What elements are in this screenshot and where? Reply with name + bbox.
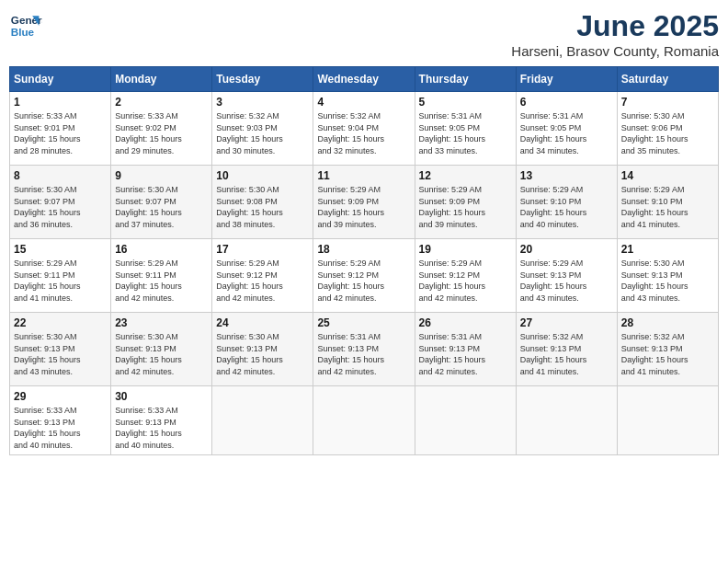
day-number: 4 bbox=[317, 96, 410, 109]
svg-text:Blue: Blue bbox=[11, 26, 35, 38]
day-detail: Sunrise: 5:30 AM Sunset: 9:13 PM Dayligh… bbox=[621, 258, 714, 304]
table-row: 14Sunrise: 5:29 AM Sunset: 9:10 PM Dayli… bbox=[617, 166, 718, 239]
day-number: 30 bbox=[115, 390, 208, 403]
table-row: 26Sunrise: 5:31 AM Sunset: 9:13 PM Dayli… bbox=[415, 313, 516, 386]
table-row: 4Sunrise: 5:32 AM Sunset: 9:04 PM Daylig… bbox=[313, 92, 415, 166]
table-row: 10Sunrise: 5:30 AM Sunset: 9:08 PM Dayli… bbox=[212, 166, 313, 239]
day-number: 24 bbox=[216, 316, 309, 329]
day-detail: Sunrise: 5:31 AM Sunset: 9:05 PM Dayligh… bbox=[419, 110, 512, 156]
table-row: 25Sunrise: 5:31 AM Sunset: 9:13 PM Dayli… bbox=[313, 313, 415, 386]
calendar-table: Sunday Monday Tuesday Wednesday Thursday… bbox=[9, 66, 719, 455]
day-number: 20 bbox=[520, 243, 613, 256]
day-number: 26 bbox=[419, 316, 512, 329]
day-detail: Sunrise: 5:31 AM Sunset: 9:05 PM Dayligh… bbox=[520, 110, 613, 156]
table-row: 12Sunrise: 5:29 AM Sunset: 9:09 PM Dayli… bbox=[415, 166, 516, 239]
table-row: 23Sunrise: 5:30 AM Sunset: 9:13 PM Dayli… bbox=[111, 313, 212, 386]
day-number: 3 bbox=[216, 96, 309, 109]
day-number: 11 bbox=[317, 169, 410, 182]
title-area: June 2025 Harseni, Brasov County, Romani… bbox=[511, 9, 719, 59]
day-number: 12 bbox=[419, 169, 512, 182]
table-row bbox=[516, 386, 617, 455]
header-wednesday: Wednesday bbox=[313, 67, 415, 92]
calendar-week-row: 22Sunrise: 5:30 AM Sunset: 9:13 PM Dayli… bbox=[10, 313, 719, 386]
calendar-week-row: 8Sunrise: 5:30 AM Sunset: 9:07 PM Daylig… bbox=[10, 166, 719, 239]
table-row: 13Sunrise: 5:29 AM Sunset: 9:10 PM Dayli… bbox=[516, 166, 617, 239]
day-number: 29 bbox=[14, 390, 107, 403]
table-row: 29Sunrise: 5:33 AM Sunset: 9:13 PM Dayli… bbox=[10, 386, 111, 455]
day-number: 16 bbox=[115, 243, 208, 256]
calendar-week-row: 29Sunrise: 5:33 AM Sunset: 9:13 PM Dayli… bbox=[10, 386, 719, 455]
day-number: 13 bbox=[520, 169, 613, 182]
table-row: 21Sunrise: 5:30 AM Sunset: 9:13 PM Dayli… bbox=[617, 239, 718, 313]
header-saturday: Saturday bbox=[617, 67, 718, 92]
day-detail: Sunrise: 5:29 AM Sunset: 9:09 PM Dayligh… bbox=[419, 184, 512, 230]
day-number: 6 bbox=[520, 96, 613, 109]
table-row: 18Sunrise: 5:29 AM Sunset: 9:12 PM Dayli… bbox=[313, 239, 415, 313]
day-detail: Sunrise: 5:32 AM Sunset: 9:13 PM Dayligh… bbox=[621, 331, 714, 377]
header-thursday: Thursday bbox=[415, 67, 516, 92]
table-row: 5Sunrise: 5:31 AM Sunset: 9:05 PM Daylig… bbox=[415, 92, 516, 166]
day-detail: Sunrise: 5:29 AM Sunset: 9:10 PM Dayligh… bbox=[621, 184, 714, 230]
table-row: 8Sunrise: 5:30 AM Sunset: 9:07 PM Daylig… bbox=[10, 166, 111, 239]
day-detail: Sunrise: 5:32 AM Sunset: 9:04 PM Dayligh… bbox=[317, 110, 410, 156]
day-detail: Sunrise: 5:30 AM Sunset: 9:13 PM Dayligh… bbox=[115, 331, 208, 377]
logo: General Blue bbox=[9, 9, 42, 42]
day-number: 1 bbox=[14, 96, 107, 109]
header-friday: Friday bbox=[516, 67, 617, 92]
day-number: 10 bbox=[216, 169, 309, 182]
day-detail: Sunrise: 5:30 AM Sunset: 9:13 PM Dayligh… bbox=[14, 331, 107, 377]
day-detail: Sunrise: 5:29 AM Sunset: 9:13 PM Dayligh… bbox=[520, 258, 613, 304]
table-row: 16Sunrise: 5:29 AM Sunset: 9:11 PM Dayli… bbox=[111, 239, 212, 313]
table-row: 3Sunrise: 5:32 AM Sunset: 9:03 PM Daylig… bbox=[212, 92, 313, 166]
table-row bbox=[617, 386, 718, 455]
day-number: 15 bbox=[14, 243, 107, 256]
table-row: 7Sunrise: 5:30 AM Sunset: 9:06 PM Daylig… bbox=[617, 92, 718, 166]
table-row: 30Sunrise: 5:33 AM Sunset: 9:13 PM Dayli… bbox=[111, 386, 212, 455]
day-number: 2 bbox=[115, 96, 208, 109]
day-number: 27 bbox=[520, 316, 613, 329]
table-row bbox=[212, 386, 313, 455]
day-detail: Sunrise: 5:29 AM Sunset: 9:12 PM Dayligh… bbox=[216, 258, 309, 304]
day-number: 19 bbox=[419, 243, 512, 256]
calendar-week-row: 15Sunrise: 5:29 AM Sunset: 9:11 PM Dayli… bbox=[10, 239, 719, 313]
table-row: 28Sunrise: 5:32 AM Sunset: 9:13 PM Dayli… bbox=[617, 313, 718, 386]
day-number: 23 bbox=[115, 316, 208, 329]
day-detail: Sunrise: 5:32 AM Sunset: 9:03 PM Dayligh… bbox=[216, 110, 309, 156]
page-header: General Blue June 2025 Harseni, Brasov C… bbox=[9, 9, 719, 59]
day-detail: Sunrise: 5:29 AM Sunset: 9:11 PM Dayligh… bbox=[115, 258, 208, 304]
table-row: 17Sunrise: 5:29 AM Sunset: 9:12 PM Dayli… bbox=[212, 239, 313, 313]
day-number: 9 bbox=[115, 169, 208, 182]
day-detail: Sunrise: 5:29 AM Sunset: 9:12 PM Dayligh… bbox=[317, 258, 410, 304]
day-detail: Sunrise: 5:31 AM Sunset: 9:13 PM Dayligh… bbox=[419, 331, 512, 377]
day-detail: Sunrise: 5:33 AM Sunset: 9:01 PM Dayligh… bbox=[14, 110, 107, 156]
location-title: Harseni, Brasov County, Romania bbox=[511, 43, 719, 59]
day-detail: Sunrise: 5:29 AM Sunset: 9:12 PM Dayligh… bbox=[419, 258, 512, 304]
day-number: 5 bbox=[419, 96, 512, 109]
table-row: 15Sunrise: 5:29 AM Sunset: 9:11 PM Dayli… bbox=[10, 239, 111, 313]
table-row bbox=[415, 386, 516, 455]
day-detail: Sunrise: 5:30 AM Sunset: 9:06 PM Dayligh… bbox=[621, 110, 714, 156]
table-row: 9Sunrise: 5:30 AM Sunset: 9:07 PM Daylig… bbox=[111, 166, 212, 239]
day-detail: Sunrise: 5:30 AM Sunset: 9:08 PM Dayligh… bbox=[216, 184, 309, 230]
day-detail: Sunrise: 5:30 AM Sunset: 9:13 PM Dayligh… bbox=[216, 331, 309, 377]
day-detail: Sunrise: 5:29 AM Sunset: 9:10 PM Dayligh… bbox=[520, 184, 613, 230]
day-number: 28 bbox=[621, 316, 714, 329]
day-detail: Sunrise: 5:29 AM Sunset: 9:11 PM Dayligh… bbox=[14, 258, 107, 304]
header-monday: Monday bbox=[111, 67, 212, 92]
table-row: 6Sunrise: 5:31 AM Sunset: 9:05 PM Daylig… bbox=[516, 92, 617, 166]
day-number: 22 bbox=[14, 316, 107, 329]
table-row: 24Sunrise: 5:30 AM Sunset: 9:13 PM Dayli… bbox=[212, 313, 313, 386]
table-row: 1Sunrise: 5:33 AM Sunset: 9:01 PM Daylig… bbox=[10, 92, 111, 166]
day-detail: Sunrise: 5:30 AM Sunset: 9:07 PM Dayligh… bbox=[115, 184, 208, 230]
header-sunday: Sunday bbox=[10, 67, 111, 92]
day-number: 17 bbox=[216, 243, 309, 256]
day-detail: Sunrise: 5:29 AM Sunset: 9:09 PM Dayligh… bbox=[317, 184, 410, 230]
header-tuesday: Tuesday bbox=[212, 67, 313, 92]
table-row: 22Sunrise: 5:30 AM Sunset: 9:13 PM Dayli… bbox=[10, 313, 111, 386]
day-detail: Sunrise: 5:31 AM Sunset: 9:13 PM Dayligh… bbox=[317, 331, 410, 377]
day-detail: Sunrise: 5:30 AM Sunset: 9:07 PM Dayligh… bbox=[14, 184, 107, 230]
day-detail: Sunrise: 5:32 AM Sunset: 9:13 PM Dayligh… bbox=[520, 331, 613, 377]
month-title: June 2025 bbox=[511, 9, 719, 43]
logo-icon: General Blue bbox=[9, 9, 42, 42]
table-row: 2Sunrise: 5:33 AM Sunset: 9:02 PM Daylig… bbox=[111, 92, 212, 166]
